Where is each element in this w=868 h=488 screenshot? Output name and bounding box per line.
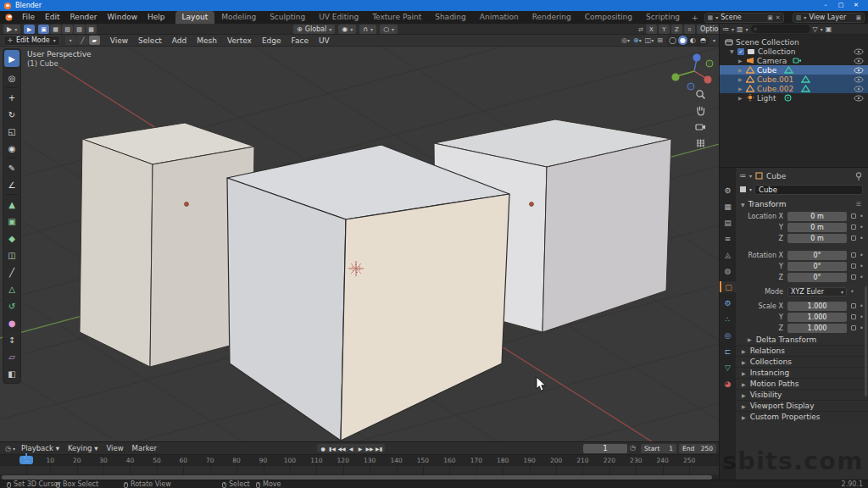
pan-hand-icon[interactable] <box>695 105 706 116</box>
tool-inset-faces[interactable]: ▣ <box>4 213 19 230</box>
transform-orientation-dropdown[interactable]: ⊕ Global▾ <box>293 25 335 34</box>
tool-shear[interactable]: ▱ <box>4 348 19 365</box>
outliner-row-collection[interactable]: ▼ ✓ Collection <box>720 47 868 56</box>
mode-dropdown[interactable]: ✛ Edit Mode▾ <box>3 36 60 46</box>
viewport-menu-add[interactable]: Add <box>167 35 192 47</box>
vertex-select-button[interactable]: ∙ <box>65 36 76 45</box>
new-view-layer-icon[interactable]: ▣ <box>855 14 861 21</box>
tool-extrude-region[interactable]: ▲ <box>4 196 19 213</box>
animate-icon[interactable] <box>851 236 856 241</box>
viewport-menu-uv[interactable]: UV <box>314 35 335 47</box>
scale-x-field[interactable]: 1.000 <box>787 302 847 311</box>
outliner-search-input[interactable]: ⌕ <box>751 25 810 33</box>
select-mode-difference-button[interactable]: ▨ <box>74 25 85 34</box>
panel-collections[interactable]: ▶Collections <box>736 356 868 367</box>
tool-spin[interactable]: ↺ <box>4 297 19 314</box>
mirror-x-button[interactable]: X <box>646 25 657 34</box>
perspective-toggle-icon[interactable] <box>695 137 706 148</box>
outliner-row-camera[interactable]: ▶ Camera <box>720 56 868 65</box>
timeline-track-area[interactable] <box>0 465 719 474</box>
select-mode-extend-button[interactable]: ▦ <box>50 25 61 34</box>
scale-y-field[interactable]: 1.000 <box>787 313 847 322</box>
properties-tab-object-data[interactable]: ▽ <box>720 362 736 373</box>
workspace-tab-rendering[interactable]: Rendering <box>526 11 578 24</box>
breadcrumb-object-name[interactable]: Cube <box>766 172 786 180</box>
blender-menu-icon[interactable] <box>4 14 14 22</box>
eye-icon[interactable] <box>854 76 864 83</box>
timeline-editor-type-icon[interactable]: ◷ <box>5 445 11 452</box>
outliner-row-cube-active[interactable]: ▶ Cube <box>720 65 868 75</box>
eye-icon[interactable] <box>854 58 864 64</box>
snap-extra-button[interactable]: ⌗ <box>684 25 695 34</box>
gizmos-toggle[interactable]: ⊕▾ <box>633 36 642 44</box>
zoom-icon[interactable] <box>695 89 706 100</box>
maximize-button[interactable]: ▢ <box>833 0 849 11</box>
timeline-ruler[interactable]: 1 10203040506070809010011012013014015016… <box>0 454 719 465</box>
properties-tab-physics[interactable]: ◎ <box>720 330 736 341</box>
wireframe-shading-button[interactable]: ◯ <box>668 36 677 45</box>
panel-instancing[interactable]: ▶Instancing <box>736 367 868 378</box>
delta-transform-panel[interactable]: ▶Delta Transform <box>736 334 868 345</box>
workspace-tab-scripting[interactable]: Scripting <box>639 11 687 24</box>
decorator-icon[interactable]: • <box>860 252 864 259</box>
navigation-gizmo[interactable] <box>669 53 718 92</box>
tool-cursor[interactable]: ◎ <box>4 69 19 86</box>
panel-relations[interactable]: ▶Relations <box>736 345 868 356</box>
pivot-point-dropdown[interactable]: ◉▾ <box>338 25 356 34</box>
unlink-scene-icon[interactable]: ✕ <box>776 14 781 21</box>
animate-icon[interactable] <box>851 252 856 258</box>
proportional-edit-toggle[interactable]: ○▾ <box>380 25 398 34</box>
editor-type-icon[interactable]: ≔ <box>739 172 746 180</box>
active-tool-dropdown[interactable]: ▶▾ <box>3 25 20 34</box>
menu-window[interactable]: Window <box>103 13 143 21</box>
tool-poly-build[interactable]: △ <box>4 280 19 297</box>
auto-keying-icon[interactable]: ◷ <box>630 444 636 452</box>
properties-tab-render[interactable]: ▦ <box>720 201 736 212</box>
properties-tab-object[interactable]: ▢ <box>720 281 736 292</box>
animate-icon[interactable] <box>851 303 856 308</box>
workspace-tab-texture-paint[interactable]: Texture Paint <box>365 11 428 24</box>
tool-bevel[interactable]: ◆ <box>4 230 19 247</box>
properties-tab-view-layer[interactable]: ≡ <box>720 233 736 244</box>
minimize-button[interactable]: – <box>818 0 833 11</box>
decorator-icon[interactable]: • <box>860 224 864 231</box>
tool-knife[interactable]: ╱ <box>4 263 19 280</box>
select-mode-intersect-button[interactable]: ▩ <box>86 25 97 34</box>
face-select-button[interactable]: ▰ <box>89 36 100 45</box>
play-button[interactable]: ▶ <box>356 444 364 452</box>
tool-scale[interactable]: ◱ <box>4 123 19 140</box>
rotation-x-field[interactable]: 0° <box>787 251 847 260</box>
outliner-editor-type-icon[interactable]: ≔ <box>722 25 729 33</box>
properties-tab-scene[interactable]: ◬ <box>720 249 736 260</box>
tool-rotate[interactable]: ↻ <box>4 106 19 123</box>
properties-tab-constraints[interactable]: ⊏ <box>720 346 736 357</box>
workspace-tab-animation[interactable]: Animation <box>473 11 526 24</box>
properties-tab-particles[interactable]: ∴ <box>720 313 736 324</box>
decorator-icon[interactable]: • <box>860 302 864 310</box>
rotation-z-field[interactable]: 0° <box>787 273 847 282</box>
panel-custom-properties[interactable]: ▶Custom Properties <box>736 411 868 422</box>
workspace-tab-shading[interactable]: Shading <box>428 11 473 24</box>
viewport-menu-vertex[interactable]: Vertex <box>222 35 257 47</box>
jump-to-start-button[interactable]: ▮◀ <box>328 444 337 452</box>
tool-select-box[interactable]: ▶ <box>4 50 19 67</box>
collection-checkbox[interactable]: ✓ <box>737 48 744 55</box>
location-z-field[interactable]: 0 m <box>787 234 847 243</box>
scene-selector[interactable]: ▦▾ Scene ▣ ✕ <box>704 13 784 23</box>
decorator-icon[interactable]: • <box>860 324 864 332</box>
record-button[interactable]: ● <box>319 444 327 452</box>
workspace-tab-modeling[interactable]: Modeling <box>214 11 263 24</box>
mirror-y-button[interactable]: Y <box>659 25 670 34</box>
object-name-input[interactable]: Cube <box>754 185 863 195</box>
solid-shading-button[interactable]: ● <box>678 36 687 45</box>
pin-icon[interactable] <box>855 172 862 180</box>
animate-icon[interactable] <box>851 274 856 280</box>
decorator-icon[interactable]: • <box>850 288 854 296</box>
viewport-menu-edge[interactable]: Edge <box>257 35 287 47</box>
add-workspace-button[interactable]: + <box>687 14 704 22</box>
eye-icon[interactable] <box>854 86 864 92</box>
tool-smooth[interactable]: ● <box>4 314 19 331</box>
camera-view-icon[interactable] <box>695 121 706 132</box>
panel-menu-icon[interactable]: ☰ <box>856 201 861 208</box>
properties-tab-modifiers[interactable]: ⚙ <box>720 297 736 308</box>
